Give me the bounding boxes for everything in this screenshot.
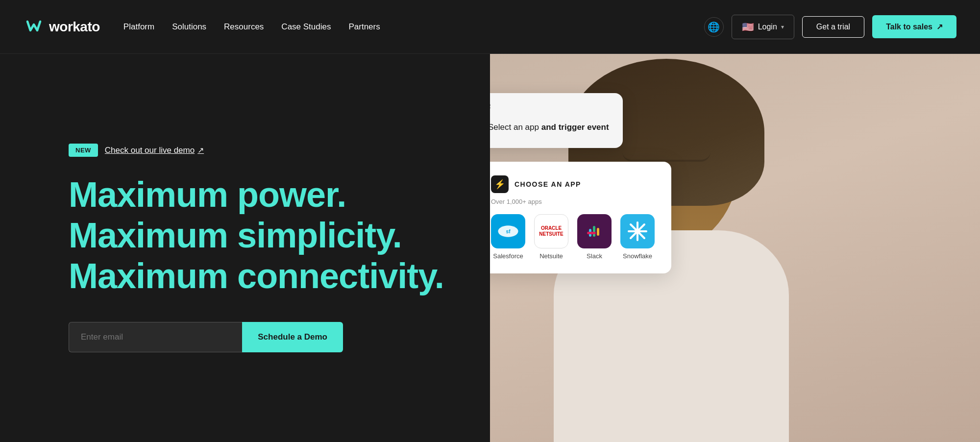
svg-rect-5	[587, 232, 596, 234]
salesforce-label: Salesforce	[493, 252, 523, 260]
demo-link-text: Check out our live demo	[105, 146, 195, 155]
nav-actions: 🌐 🇺🇸 Login ▾ Get a trial Talk to sales ↗	[704, 15, 956, 39]
demo-link[interactable]: Check out our live demo ↗	[105, 146, 204, 155]
trigger-content: ◷ Select an app and trigger event	[490, 117, 609, 138]
trigger-text-bold: and trigger event	[539, 123, 609, 132]
lightning-icon: ⚡	[491, 175, 509, 193]
app-item-netsuite[interactable]: ORACLENETSUITE Netsuite	[534, 214, 568, 260]
cta-area: Schedule a Demo	[69, 322, 343, 352]
logo-text: workato	[49, 19, 100, 35]
netsuite-icon: ORACLENETSUITE	[534, 214, 568, 248]
demo-link-arrow-icon: ↗	[197, 146, 204, 155]
flag-icon: 🇺🇸	[742, 21, 754, 33]
login-button[interactable]: 🇺🇸 Login ▾	[732, 15, 794, 39]
apps-count: Over 1,000+ apps	[491, 198, 656, 205]
hero-image: TRIGGER ◷ Select an app and trigger even…	[490, 54, 980, 442]
trigger-card: TRIGGER ◷ Select an app and trigger even…	[490, 93, 623, 148]
schedule-demo-button[interactable]: Schedule a Demo	[242, 322, 343, 352]
trigger-label: TRIGGER	[490, 103, 609, 110]
logo[interactable]: workato	[24, 17, 100, 37]
person-smile	[622, 152, 710, 162]
app-item-salesforce[interactable]: sf Salesforce	[491, 214, 525, 260]
app-item-snowflake[interactable]: Snowflake	[620, 214, 655, 260]
hero-headline: Maximum power. Maximum simplicity. Maxim…	[69, 174, 451, 296]
choose-app-card: ⚡ CHOOSE AN APP Over 1,000+ apps sf Sale…	[490, 162, 671, 273]
choose-app-header: ⚡ CHOOSE AN APP	[491, 175, 656, 193]
snowflake-icon	[620, 214, 655, 248]
announcement-bar: NEW Check out our live demo ↗	[69, 144, 451, 157]
workato-logo-icon	[24, 17, 44, 37]
nav-item-solutions[interactable]: Solutions	[172, 22, 206, 32]
talk-sales-label: Talk to sales	[886, 23, 932, 31]
email-input[interactable]	[69, 322, 242, 352]
globe-icon: 🌐	[708, 21, 720, 33]
nav-links: Platform Solutions Resources Case Studie…	[123, 22, 704, 32]
svg-point-10	[636, 229, 639, 233]
slack-icon	[577, 214, 612, 248]
login-label: Login	[758, 23, 777, 31]
nav-item-partners[interactable]: Partners	[348, 22, 380, 32]
chevron-down-icon: ▾	[781, 24, 784, 30]
trigger-text: Select an app and trigger event	[490, 123, 609, 132]
nav-item-resources[interactable]: Resources	[224, 22, 264, 32]
headline-line3: Maximum connectivity.	[69, 256, 451, 296]
app-item-slack[interactable]: Slack	[577, 214, 612, 260]
hero-right: TRIGGER ◷ Select an app and trigger even…	[490, 54, 980, 442]
netsuite-label: Netsuite	[539, 252, 563, 260]
svg-text:sf: sf	[506, 229, 511, 234]
svg-rect-4	[597, 228, 599, 236]
get-trial-button[interactable]: Get a trial	[802, 16, 864, 38]
hero-section: NEW Check out our live demo ↗ Maximum po…	[0, 54, 980, 442]
nav-item-case-studies[interactable]: Case Studies	[281, 22, 331, 32]
svg-rect-3	[593, 226, 595, 237]
snowflake-label: Snowflake	[623, 252, 652, 260]
talk-sales-arrow-icon: ↗	[936, 22, 943, 31]
nav-item-platform[interactable]: Platform	[123, 22, 154, 32]
headline-line2: Maximum simplicity.	[69, 215, 451, 256]
globe-button[interactable]: 🌐	[704, 17, 724, 37]
navbar: workato Platform Solutions Resources Cas…	[0, 0, 980, 54]
new-badge: NEW	[69, 144, 98, 157]
hero-left: NEW Check out our live demo ↗ Maximum po…	[0, 54, 490, 442]
choose-app-title: CHOOSE AN APP	[514, 180, 581, 188]
app-icons-row: sf Salesforce ORACLENETSUITE Netsuite	[491, 214, 656, 260]
headline-line1: Maximum power.	[69, 174, 451, 215]
salesforce-icon: sf	[491, 214, 525, 248]
trigger-text-plain: Select an app	[490, 123, 539, 132]
talk-to-sales-button[interactable]: Talk to sales ↗	[872, 15, 956, 38]
slack-label: Slack	[587, 252, 602, 260]
